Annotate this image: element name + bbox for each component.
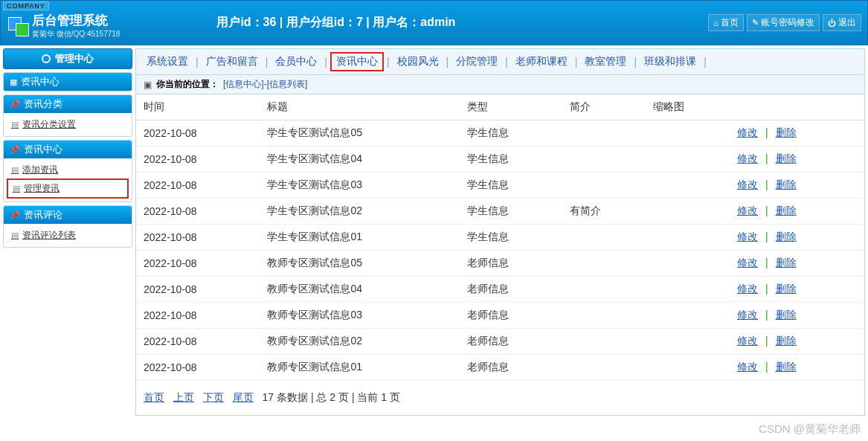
table-cell-title: 教师专区测试信息04 xyxy=(260,277,459,303)
logout-label: 退出 xyxy=(838,16,856,29)
delete-link[interactable]: 删除 xyxy=(776,126,797,138)
delete-link[interactable]: 删除 xyxy=(776,231,797,242)
table-cell-actions: 修改|删除 xyxy=(730,251,864,277)
topnav-item[interactable]: 资讯中心 xyxy=(330,52,384,71)
logo-icon xyxy=(7,16,28,36)
table-cell-title: 教师专区测试信息05 xyxy=(260,251,459,277)
sidebar-item[interactable]: ▤管理资讯 xyxy=(7,178,129,199)
sidebar-panel-head[interactable]: 📌资讯评论 xyxy=(4,206,132,224)
edit-link[interactable]: 修改 xyxy=(737,205,758,216)
table-cell-thumb xyxy=(646,277,730,303)
delete-link[interactable]: 删除 xyxy=(776,257,797,268)
edit-link[interactable]: 修改 xyxy=(737,335,758,347)
table-row: 2022-10-08教师专区测试信息02老师信息修改|删除 xyxy=(136,329,864,355)
action-separator: | xyxy=(758,178,776,190)
sidebar-panel-head[interactable]: ▦资讯中心 xyxy=(4,73,132,91)
sidebar-item[interactable]: ▤资讯评论列表 xyxy=(7,227,129,244)
sidebar-panel-body: ▤资讯分类设置 xyxy=(4,113,132,136)
content-area: 时间标题类型简介缩略图 2022-10-08学生专区测试信息05学生信息修改|删… xyxy=(135,94,865,416)
header-user-info: 用户id：36 | 用户分组id：7 | 用户名：admin xyxy=(120,15,708,30)
logout-button[interactable]: ⏻ 退出 xyxy=(823,14,861,31)
delete-link[interactable]: 删除 xyxy=(776,309,797,321)
edit-link[interactable]: 修改 xyxy=(737,231,758,242)
delete-link[interactable]: 删除 xyxy=(776,205,797,216)
topnav-item[interactable]: 教室管理 xyxy=(580,54,631,70)
home-button[interactable]: ⌂ 首页 xyxy=(708,14,744,31)
pager-prev[interactable]: 上页 xyxy=(173,391,194,403)
topnav-item[interactable]: 会员中心 xyxy=(271,54,321,70)
sidebar: 管理中心 ▦资讯中心📌资讯分类▤资讯分类设置📌资讯中心▤添加资讯▤管理资讯📌资讯… xyxy=(3,48,132,416)
password-button[interactable]: ✎ 账号密码修改 xyxy=(747,14,820,31)
table-row: 2022-10-08学生专区测试信息01学生信息修改|删除 xyxy=(136,225,864,251)
edit-link[interactable]: 修改 xyxy=(737,178,758,190)
table-cell-thumb xyxy=(646,147,730,173)
pager-next[interactable]: 下页 xyxy=(203,391,224,403)
table-cell-type: 老师信息 xyxy=(460,355,562,381)
edit-link[interactable]: 修改 xyxy=(737,152,758,164)
table-cell-title: 学生专区测试信息02 xyxy=(260,199,459,225)
table-row: 2022-10-08教师专区测试信息03老师信息修改|删除 xyxy=(136,303,864,329)
table-cell-type: 学生信息 xyxy=(460,199,562,225)
sidebar-panel-head[interactable]: 📌资讯分类 xyxy=(4,95,132,113)
topnav-item[interactable]: 老师和课程 xyxy=(511,54,572,70)
pin-icon: 📌 xyxy=(10,210,20,220)
table-cell-thumb xyxy=(646,120,730,147)
sidebar-item[interactable]: ▤添加资讯 xyxy=(7,161,129,178)
table-cell-actions: 修改|删除 xyxy=(730,355,864,381)
table-cell-thumb xyxy=(646,251,730,277)
topnav-item[interactable]: 校园风光 xyxy=(393,54,443,70)
sidebar-item-label: 管理资讯 xyxy=(24,182,60,195)
pager-first[interactable]: 首页 xyxy=(144,391,164,403)
sidebar-item-label: 资讯分类设置 xyxy=(22,118,76,131)
edit-link[interactable]: 修改 xyxy=(737,309,758,321)
sidebar-panel-body: ▤添加资讯▤管理资讯 xyxy=(4,158,132,202)
delete-link[interactable]: 删除 xyxy=(776,178,797,190)
table-row: 2022-10-08教师专区测试信息04老师信息修改|删除 xyxy=(136,277,864,303)
company-badge: COMPANY xyxy=(3,1,49,10)
action-separator: | xyxy=(758,205,776,216)
topnav-item[interactable]: 班级和排课 xyxy=(640,54,701,70)
app-title: 后台管理系统 xyxy=(32,12,120,29)
delete-link[interactable]: 删除 xyxy=(776,335,797,347)
doc-icon: ▤ xyxy=(11,120,19,129)
edit-link[interactable]: 修改 xyxy=(737,283,758,294)
topnav-item[interactable]: 分院管理 xyxy=(451,54,502,70)
table-cell-thumb xyxy=(646,173,730,199)
table-row: 2022-10-08学生专区测试信息04学生信息修改|删除 xyxy=(136,147,864,173)
table-cell-type: 老师信息 xyxy=(460,277,562,303)
nav-separator: | xyxy=(575,56,578,68)
action-separator: | xyxy=(758,152,776,164)
sidebar-panel-title: 资讯中心 xyxy=(24,143,62,156)
table-cell-actions: 修改|删除 xyxy=(730,147,864,173)
topnav-item[interactable]: 系统设置 xyxy=(142,54,193,70)
table-cell-time: 2022-10-08 xyxy=(136,303,260,329)
table-header: 简介 xyxy=(562,94,646,120)
table-cell-time: 2022-10-08 xyxy=(136,225,260,251)
delete-link[interactable]: 删除 xyxy=(776,361,797,373)
table-header: 类型 xyxy=(460,94,562,120)
edit-link[interactable]: 修改 xyxy=(737,126,758,138)
table-cell-time: 2022-10-08 xyxy=(136,251,260,277)
nav-separator: | xyxy=(505,56,508,68)
edit-link[interactable]: 修改 xyxy=(737,257,758,268)
table-cell-title: 教师专区测试信息01 xyxy=(260,355,459,381)
sidebar-panel-head[interactable]: 📌资讯中心 xyxy=(4,141,132,158)
delete-link[interactable]: 删除 xyxy=(776,283,797,294)
data-table: 时间标题类型简介缩略图 2022-10-08学生专区测试信息05学生信息修改|删… xyxy=(136,94,864,381)
edit-link[interactable]: 修改 xyxy=(737,361,758,373)
sidebar-item[interactable]: ▤资讯分类设置 xyxy=(7,116,129,133)
pager-last[interactable]: 尾页 xyxy=(233,391,254,403)
logo-block: 后台管理系统 黄菊华 微信/QQ:45157718 xyxy=(7,12,120,39)
table-cell-intro xyxy=(562,303,646,329)
action-separator: | xyxy=(758,257,776,268)
app-subtitle: 黄菊华 微信/QQ:45157718 xyxy=(32,29,120,39)
table-cell-actions: 修改|删除 xyxy=(730,173,864,199)
action-separator: | xyxy=(758,335,776,347)
nav-separator: | xyxy=(634,56,637,68)
topnav-item[interactable]: 广告和留言 xyxy=(202,54,263,70)
table-cell-type: 学生信息 xyxy=(460,173,562,199)
main: 系统设置|广告和留言|会员中心|资讯中心|校园风光|分院管理|老师和课程|教室管… xyxy=(135,48,868,416)
nav-separator: | xyxy=(324,56,327,68)
delete-link[interactable]: 删除 xyxy=(776,152,797,164)
sidebar-panel-body: ▤资讯评论列表 xyxy=(4,224,132,247)
